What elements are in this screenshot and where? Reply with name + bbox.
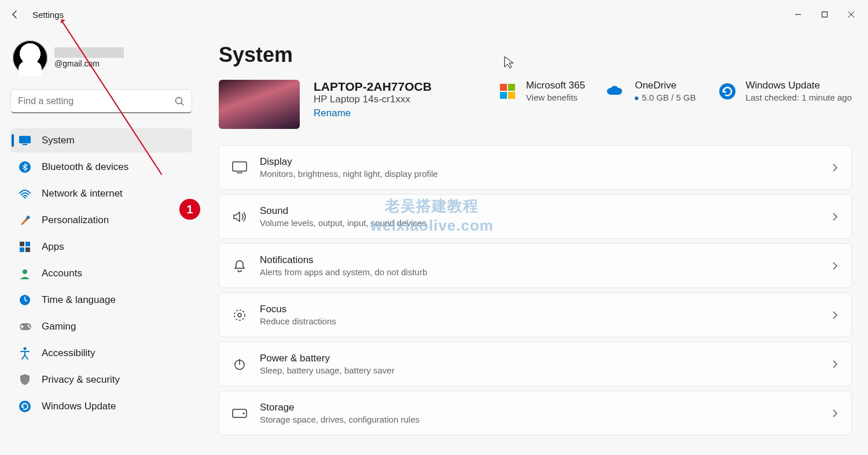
sidebar: @gmail.com System Bluetooth & devices Ne…	[0, 29, 203, 455]
device-header: LAPTOP-2AH77OCB HP Laptop 14s-cr1xxx Ren…	[219, 80, 852, 129]
nav-personalization[interactable]: Personalization	[10, 208, 192, 232]
minimize-button[interactable]	[785, 5, 811, 24]
nav-network[interactable]: Network & internet	[10, 182, 192, 206]
tile-subtitle: Last checked: 1 minute ago	[746, 93, 852, 102]
nav-accounts[interactable]: Accounts	[10, 261, 192, 286]
status-onedrive[interactable]: OneDrive 5.0 GB / 5 GB	[606, 80, 696, 102]
nav-time-language[interactable]: Time & language	[10, 288, 192, 312]
page-title: System	[219, 43, 852, 67]
device-model: HP Laptop 14s-cr1xxx	[314, 94, 432, 105]
svg-rect-21	[508, 84, 515, 91]
system-icon	[19, 134, 31, 147]
bluetooth-icon	[19, 161, 31, 173]
svg-rect-12	[25, 247, 30, 252]
svg-point-13	[23, 269, 27, 274]
nav-windows-update[interactable]: Windows Update	[10, 394, 192, 419]
paintbrush-icon	[19, 214, 31, 227]
update-icon	[19, 400, 31, 413]
chevron-right-icon	[832, 360, 838, 369]
svg-point-24	[719, 83, 735, 99]
person-icon	[19, 267, 31, 280]
card-title: Display	[260, 156, 819, 168]
maximize-icon	[821, 11, 828, 18]
nav-label: Accounts	[42, 268, 82, 279]
update-icon	[717, 81, 738, 102]
card-storage[interactable]: StorageStorage space, drives, configurat…	[219, 391, 852, 435]
card-notifications[interactable]: NotificationsAlerts from apps and system…	[219, 243, 852, 288]
rename-link[interactable]: Rename	[314, 108, 351, 119]
card-subtitle: Volume levels, output, input, sound devi…	[260, 218, 819, 228]
accessibility-icon	[19, 347, 31, 360]
storage-icon	[232, 406, 247, 421]
card-subtitle: Storage space, drives, configuration rul…	[260, 415, 819, 424]
svg-rect-25	[233, 162, 247, 171]
tile-subtitle: View benefits	[526, 93, 585, 102]
minimize-icon	[795, 11, 801, 18]
arrow-left-icon	[10, 10, 20, 19]
card-display[interactable]: DisplayMonitors, brightness, night light…	[219, 145, 852, 190]
user-email: @gmail.com	[54, 59, 124, 68]
power-icon	[232, 357, 247, 372]
search-icon	[174, 96, 185, 106]
svg-rect-4	[19, 136, 31, 143]
nav-accessibility[interactable]: Accessibility	[10, 341, 192, 365]
svg-rect-9	[20, 242, 24, 246]
card-power[interactable]: Power & batterySleep, battery usage, bat…	[219, 342, 852, 386]
nav-bluetooth[interactable]: Bluetooth & devices	[10, 155, 192, 179]
nav-label: Network & internet	[42, 188, 123, 199]
tile-title: OneDrive	[635, 80, 696, 91]
nav-label: Accessibility	[42, 347, 95, 359]
nav-label: Bluetooth & devices	[42, 161, 128, 173]
card-title: Power & battery	[260, 353, 819, 364]
svg-point-32	[243, 412, 245, 414]
svg-point-7	[24, 197, 26, 199]
tile-subtitle: 5.0 GB / 5 GB	[635, 93, 696, 102]
chevron-right-icon	[832, 310, 838, 320]
tile-title: Microsoft 365	[526, 80, 585, 91]
clock-globe-icon	[19, 294, 31, 306]
maximize-button[interactable]	[811, 5, 838, 24]
close-button[interactable]	[838, 5, 865, 24]
card-title: Notifications	[260, 254, 819, 266]
back-button[interactable]	[3, 3, 27, 26]
main-content: System LAPTOP-2AH77OCB HP Laptop 14s-cr1…	[203, 29, 868, 455]
display-icon	[232, 160, 247, 175]
nav-label: Personalization	[42, 214, 109, 226]
user-name-redacted	[54, 47, 124, 58]
status-m365[interactable]: Microsoft 365 View benefits	[497, 80, 585, 102]
svg-point-2	[176, 97, 182, 103]
search-input[interactable]	[18, 96, 174, 106]
nav-privacy[interactable]: Privacy & security	[10, 368, 192, 392]
card-subtitle: Monitors, brightness, night light, displ…	[260, 169, 819, 179]
card-title: Focus	[260, 304, 819, 315]
nav-label: Privacy & security	[42, 374, 120, 386]
svg-point-28	[238, 313, 241, 317]
nav-gaming[interactable]: Gaming	[10, 315, 192, 339]
avatar	[13, 40, 47, 75]
apps-icon	[19, 241, 31, 253]
svg-point-27	[234, 310, 245, 320]
card-sound[interactable]: SoundVolume levels, output, input, sound…	[219, 194, 852, 239]
nav-system[interactable]: System	[10, 128, 192, 153]
svg-point-16	[28, 325, 30, 327]
nav-apps[interactable]: Apps	[10, 235, 192, 259]
onedrive-icon	[606, 81, 627, 102]
titlebar: Settings	[0, 0, 868, 29]
card-subtitle: Reduce distractions	[260, 316, 819, 326]
svg-rect-10	[25, 242, 30, 246]
svg-point-19	[19, 401, 31, 412]
card-subtitle: Alerts from apps and system, do not dist…	[260, 267, 819, 277]
device-name: LAPTOP-2AH77OCB	[314, 80, 432, 94]
svg-rect-1	[822, 12, 827, 17]
search-box[interactable]	[10, 89, 192, 113]
status-windows-update[interactable]: Windows Update Last checked: 1 minute ag…	[717, 80, 852, 102]
svg-rect-20	[500, 84, 507, 91]
bell-icon	[232, 258, 247, 273]
user-profile[interactable]: @gmail.com	[10, 40, 192, 75]
svg-rect-23	[508, 92, 515, 99]
tile-title: Windows Update	[746, 80, 852, 91]
sound-icon	[232, 209, 247, 224]
chevron-right-icon	[832, 261, 838, 271]
chevron-right-icon	[832, 212, 838, 221]
card-focus[interactable]: FocusReduce distractions	[219, 293, 852, 337]
